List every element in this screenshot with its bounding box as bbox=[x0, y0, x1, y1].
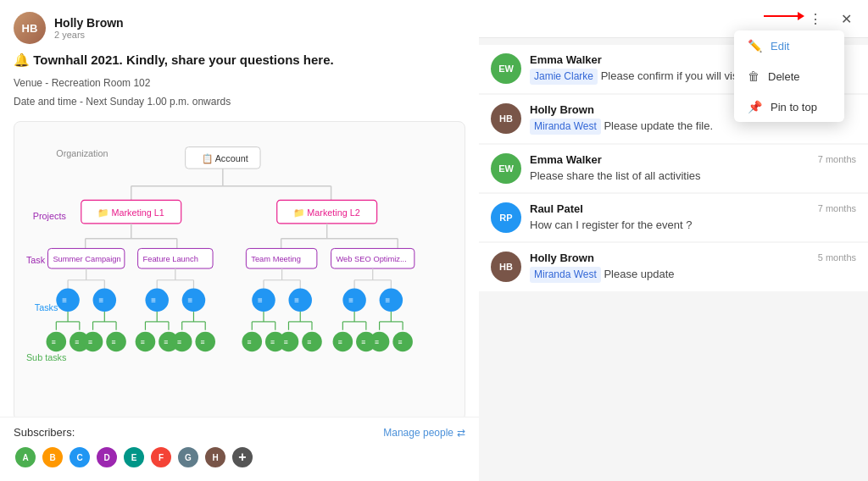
svg-text:≡: ≡ bbox=[270, 339, 275, 347]
svg-point-50 bbox=[252, 289, 275, 312]
arrow-indicator bbox=[764, 12, 804, 20]
svg-text:≡: ≡ bbox=[141, 339, 145, 347]
svg-text:≡: ≡ bbox=[98, 296, 103, 305]
subscriber-avatar: E bbox=[122, 445, 146, 469]
svg-text:≡: ≡ bbox=[200, 339, 204, 347]
svg-point-109 bbox=[302, 332, 322, 352]
pin-icon: 📌 bbox=[748, 100, 762, 113]
arrow-line bbox=[764, 15, 798, 17]
post-header: HB Holly Brown 2 years bbox=[0, 0, 479, 53]
more-options-button[interactable]: ⋮ bbox=[804, 7, 827, 30]
svg-point-115 bbox=[333, 332, 353, 352]
post-title: 🔔 Townhall 2021. Kindly, share your ques… bbox=[14, 53, 465, 68]
subscriber-avatar: G bbox=[176, 445, 200, 469]
edit-icon: ✏️ bbox=[748, 39, 762, 53]
subscriber-avatar: A bbox=[14, 445, 37, 469]
comment-body: Holly Brown 5 months Miranda West Please… bbox=[530, 252, 856, 283]
svg-point-99 bbox=[242, 332, 262, 352]
svg-text:≡: ≡ bbox=[75, 339, 79, 347]
svg-text:≡: ≡ bbox=[177, 339, 181, 347]
svg-point-67 bbox=[47, 332, 67, 352]
comment-author: Holly Brown bbox=[530, 103, 594, 116]
comment-text: Miranda West Please update bbox=[530, 267, 856, 283]
post-details: Venue - Recreation Room 102 Date and tim… bbox=[14, 75, 465, 111]
post-content: 🔔 Townhall 2021. Kindly, share your ques… bbox=[0, 53, 479, 417]
svg-text:≡: ≡ bbox=[361, 339, 365, 347]
comment-author: Emma Walker bbox=[530, 53, 602, 66]
comment-body: Raul Patel 7 months How can I register f… bbox=[530, 202, 856, 233]
subscriber-avatar: C bbox=[68, 445, 92, 469]
author-info: Holly Brown 2 years bbox=[54, 16, 465, 40]
subscribers-label: Subscribers: Manage people ⇄ bbox=[14, 426, 465, 439]
svg-text:≡: ≡ bbox=[247, 339, 251, 347]
svg-point-77 bbox=[106, 332, 126, 352]
context-menu-delete[interactable]: 🗑 Delete bbox=[734, 61, 844, 91]
svg-point-60 bbox=[380, 289, 403, 312]
comment-body: Emma Walker 7 months Please share the li… bbox=[530, 153, 856, 184]
comment-time: 5 months bbox=[818, 252, 856, 263]
delete-icon: 🗑 bbox=[748, 69, 760, 83]
author-sub: 2 years bbox=[54, 30, 465, 40]
comment-item: HB Holly Brown 5 months Miranda West Ple… bbox=[479, 243, 868, 291]
comment-author: Holly Brown bbox=[530, 252, 594, 264]
mention-tag: Miranda West bbox=[530, 119, 601, 135]
svg-point-52 bbox=[288, 289, 312, 312]
svg-point-75 bbox=[83, 332, 103, 352]
left-panel: HB Holly Brown 2 years 🔔 Townhall 2021. … bbox=[0, 0, 479, 481]
comment-avatar: HB bbox=[491, 103, 521, 134]
comment-text: How can I register for the event ? bbox=[530, 218, 856, 233]
context-menu-edit[interactable]: ✏️ Edit bbox=[734, 30, 844, 61]
mention-tag: Miranda West bbox=[530, 267, 601, 283]
org-chart-svg: Organization 📋 Account Projects 📁 Market… bbox=[23, 134, 456, 405]
subscriber-avatar: H bbox=[203, 445, 227, 469]
comment-avatar: RP bbox=[491, 202, 521, 233]
org-chart: Organization 📋 Account Projects 📁 Market… bbox=[14, 121, 465, 417]
svg-text:≡: ≡ bbox=[164, 339, 168, 347]
svg-text:Summer Campaign: Summer Campaign bbox=[53, 255, 120, 263]
svg-text:≡: ≡ bbox=[337, 339, 342, 347]
svg-text:Feature Launch: Feature Launch bbox=[143, 255, 198, 263]
svg-text:Web SEO Optimiz...: Web SEO Optimiz... bbox=[336, 255, 406, 263]
right-topbar: ⋮ ✕ ✏️ Edit 🗑 Delete 📌 Pin to top bbox=[479, 0, 868, 38]
context-menu: ✏️ Edit 🗑 Delete 📌 Pin to top bbox=[734, 30, 844, 122]
add-subscriber-button[interactable]: + bbox=[231, 445, 254, 469]
svg-point-36 bbox=[93, 289, 117, 312]
svg-point-42 bbox=[145, 289, 169, 312]
close-button[interactable]: ✕ bbox=[834, 7, 858, 30]
svg-point-107 bbox=[279, 332, 299, 352]
comment-avatar: EW bbox=[491, 53, 521, 84]
svg-text:Organization: Organization bbox=[56, 149, 108, 159]
mention-tag: Jamie Clarke bbox=[530, 69, 598, 85]
svg-text:≡: ≡ bbox=[151, 296, 156, 305]
svg-text:≡: ≡ bbox=[88, 339, 92, 347]
svg-text:📁 Marketing L2: 📁 Marketing L2 bbox=[293, 207, 359, 218]
svg-text:📁 Marketing L1: 📁 Marketing L1 bbox=[97, 207, 164, 218]
comment-avatar: EW bbox=[491, 153, 521, 184]
svg-text:≡: ≡ bbox=[258, 296, 263, 305]
comment-author: Emma Walker bbox=[530, 153, 602, 166]
svg-text:≡: ≡ bbox=[188, 296, 193, 305]
svg-text:≡: ≡ bbox=[111, 339, 115, 347]
context-menu-pin[interactable]: 📌 Pin to top bbox=[734, 91, 844, 122]
comment-header: Holly Brown 5 months bbox=[530, 252, 856, 264]
svg-text:≡: ≡ bbox=[284, 339, 288, 347]
subscriber-avatar: D bbox=[95, 445, 119, 469]
svg-text:📋 Account: 📋 Account bbox=[202, 152, 248, 164]
comment-header: Raul Patel 7 months bbox=[530, 202, 856, 215]
comment-item: EW Emma Walker 7 months Please share the… bbox=[479, 145, 868, 192]
subscriber-avatar: F bbox=[149, 445, 173, 469]
svg-point-34 bbox=[56, 289, 80, 312]
manage-people-link[interactable]: Manage people ⇄ bbox=[383, 427, 465, 439]
svg-point-83 bbox=[136, 332, 156, 352]
svg-text:Team Meeting: Team Meeting bbox=[251, 255, 301, 263]
comment-time: 7 months bbox=[818, 154, 856, 164]
svg-text:≡: ≡ bbox=[307, 339, 311, 347]
svg-text:≡: ≡ bbox=[348, 296, 353, 305]
comment-header: Emma Walker 7 months bbox=[530, 153, 856, 166]
svg-text:≡: ≡ bbox=[62, 296, 67, 305]
svg-text:Tasks: Tasks bbox=[35, 302, 58, 312]
svg-text:≡: ≡ bbox=[51, 339, 55, 347]
svg-point-91 bbox=[172, 332, 192, 352]
svg-text:Projects: Projects bbox=[33, 211, 67, 221]
svg-text:≡: ≡ bbox=[375, 339, 379, 347]
